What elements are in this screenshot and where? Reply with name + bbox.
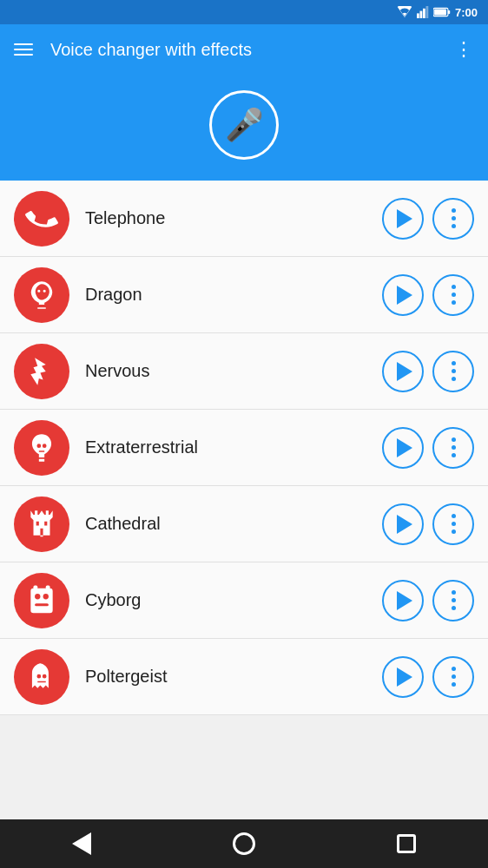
navigation-bar — [0, 819, 488, 868]
poltergeist-icon-circle — [14, 649, 69, 705]
wifi-icon — [397, 6, 412, 18]
svg-rect-10 — [35, 603, 49, 606]
list-item: Nervous — [0, 333, 488, 410]
play-icon — [397, 209, 412, 228]
list-item: Extraterrestrial — [0, 410, 488, 486]
dragon-play-button[interactable] — [382, 274, 424, 316]
svg-rect-7 — [30, 588, 52, 613]
mic-icon: 🎤 — [225, 107, 264, 143]
app-title: Voice changer with effects — [50, 40, 437, 60]
telephone-icon-circle — [14, 191, 69, 247]
play-icon — [397, 438, 412, 457]
svg-rect-2 — [423, 9, 425, 18]
cyborg-icon-circle — [14, 573, 69, 628]
poltergeist-play-button[interactable] — [382, 656, 424, 698]
more-icon — [452, 514, 456, 534]
home-button[interactable] — [222, 822, 266, 865]
extraterrestrial-label: Extraterrestrial — [85, 437, 382, 457]
recents-icon — [397, 834, 416, 853]
svg-point-9 — [43, 594, 49, 599]
cathedral-play-button[interactable] — [382, 503, 424, 545]
signal-icon — [417, 6, 429, 18]
nervous-play-button[interactable] — [382, 351, 424, 392]
more-icon — [452, 285, 456, 305]
mic-header: 🎤 — [0, 75, 488, 181]
nervous-icon-circle — [14, 344, 69, 399]
svg-rect-3 — [425, 6, 428, 18]
status-bar: 7:00 — [0, 0, 488, 24]
svg-rect-12 — [46, 585, 50, 589]
play-icon — [397, 362, 412, 381]
cathedral-more-button[interactable] — [432, 503, 474, 545]
telephone-play-button[interactable] — [382, 198, 424, 240]
play-icon — [397, 591, 412, 610]
more-icon — [452, 667, 456, 687]
svg-rect-11 — [34, 585, 38, 589]
app-bar: Voice changer with effects ⋮ — [0, 24, 488, 75]
back-button[interactable] — [60, 822, 103, 865]
extraterrestrial-play-button[interactable] — [382, 427, 424, 469]
svg-rect-1 — [419, 11, 422, 18]
more-icon — [452, 590, 456, 610]
play-icon — [397, 515, 412, 534]
svg-rect-6 — [448, 10, 450, 14]
home-icon — [233, 832, 255, 855]
recents-button[interactable] — [385, 822, 428, 865]
more-icon — [452, 437, 456, 457]
cyborg-label: Cyborg — [85, 590, 382, 610]
extraterrestrial-more-button[interactable] — [432, 427, 474, 469]
cathedral-icon-circle — [14, 496, 69, 552]
list-item: Poltergeist — [0, 639, 488, 715]
effect-list: Telephone Dragon — [0, 181, 488, 819]
nervous-more-button[interactable] — [432, 351, 474, 392]
extraterrestrial-icon-circle — [14, 420, 69, 476]
nervous-label: Nervous — [85, 361, 382, 381]
cathedral-label: Cathedral — [85, 514, 382, 534]
telephone-label: Telephone — [85, 208, 382, 228]
list-item: Telephone — [0, 181, 488, 257]
play-icon — [397, 286, 412, 305]
svg-rect-5 — [434, 10, 446, 16]
back-icon — [72, 832, 91, 855]
list-item: Cathedral — [0, 486, 488, 562]
more-options-button[interactable]: ⋮ — [454, 38, 474, 61]
list-item: Dragon — [0, 257, 488, 333]
play-icon — [397, 667, 412, 687]
cyborg-more-button[interactable] — [432, 580, 474, 621]
dragon-more-button[interactable] — [432, 274, 474, 316]
mic-record-button[interactable]: 🎤 — [209, 90, 279, 160]
hamburger-menu-button[interactable] — [14, 43, 33, 56]
svg-rect-0 — [417, 13, 419, 18]
telephone-more-button[interactable] — [432, 198, 474, 240]
more-icon — [452, 208, 456, 228]
dragon-icon-circle — [14, 267, 69, 323]
poltergeist-label: Poltergeist — [85, 667, 382, 687]
status-time: 7:00 — [455, 6, 478, 19]
svg-point-8 — [35, 594, 40, 599]
more-icon — [452, 361, 456, 381]
dragon-label: Dragon — [85, 285, 382, 305]
cyborg-play-button[interactable] — [382, 580, 424, 621]
list-item: Cyborg — [0, 562, 488, 639]
poltergeist-more-button[interactable] — [432, 656, 474, 698]
battery-icon — [433, 7, 451, 17]
